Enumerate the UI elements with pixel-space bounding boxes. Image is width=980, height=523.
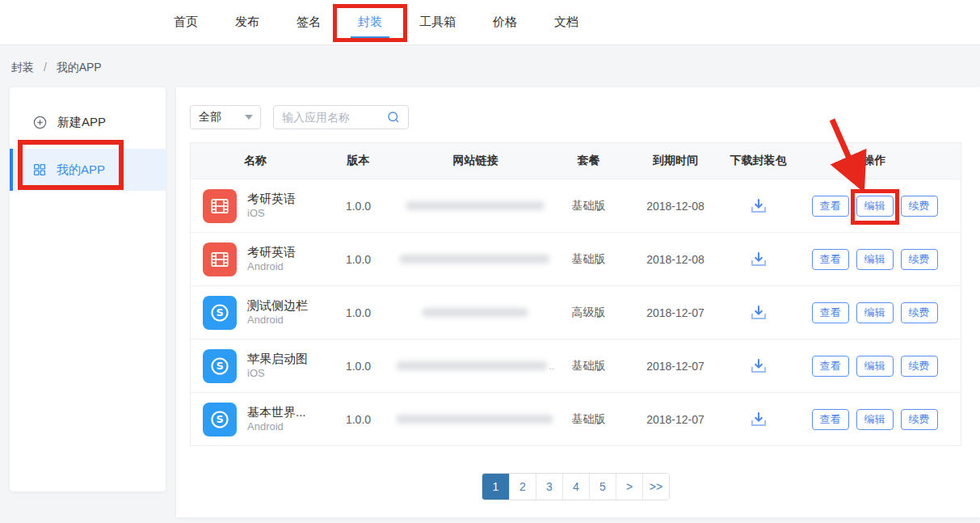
plus-circle-icon [32,115,48,130]
breadcrumb-parent[interactable]: 封装 [11,61,34,74]
table-row: 考研英语iOS1.0.0基础版2018-12-08查看编辑续费 [191,179,961,232]
app-name-cell: 考研英语iOS [191,189,320,223]
app-platform: Android [247,420,306,434]
edit-button[interactable]: 编辑 [856,196,894,217]
download-icon[interactable] [748,196,769,217]
renew-button[interactable]: 续费 [901,196,938,217]
blurred-link [423,308,528,317]
app-name: 基本世界... [247,404,306,420]
pagination: 1 2 3 4 5 > >> [190,473,961,500]
app-plan: 基础版 [554,412,623,427]
edit-button[interactable]: 编辑 [856,302,894,323]
nav-item-docs[interactable]: 文档 [554,15,578,30]
col-header-version: 版本 [320,154,397,168]
table-row: S基本世界...Android1.0.0基础版2018-12-07查看编辑续费 [191,392,961,445]
app-name: 苹果启动图 [247,351,308,367]
s-logo-icon: S [203,403,237,437]
renew-button[interactable]: 续费 [901,249,938,270]
table-row: S测试侧边栏Android1.0.0高级版2018-12-07查看编辑续费 [191,285,961,339]
nav-item-home[interactable]: 首页 [174,15,198,30]
nav-item-toolbox[interactable]: 工具箱 [419,15,456,30]
page-button-5[interactable]: 5 [589,474,616,500]
col-header-expiry: 到期时间 [623,154,728,168]
sidebar-item-new-app[interactable]: 新建APP [10,103,166,141]
app-name-cell: 考研英语Android [191,243,320,276]
page-button-last[interactable]: >> [642,474,669,500]
s-logo-icon: S [203,296,237,330]
table-header: 名称 版本 网站链接 套餐 到期时间 下载封装包 操作 [191,143,961,179]
row-actions: 查看编辑续费 [812,356,938,377]
app-plan: 基础版 [554,359,623,373]
category-select-value: 全部 [199,110,221,124]
sidebar-item-my-app[interactable]: 我的APP [10,149,166,191]
page: 首页 发布 签名 封装 工具箱 价格 文档 封装 / 我的APP 新建APP [0,0,980,523]
view-button[interactable]: 查看 [812,196,849,217]
view-button[interactable]: 查看 [812,356,849,377]
main-nav: 首页 发布 签名 封装 工具箱 价格 文档 [174,0,980,44]
app-table: 名称 版本 网站链接 套餐 到期时间 下载封装包 操作 考研英语iOS1.0.0… [190,142,961,446]
app-link-cell [397,415,554,424]
app-plan: 高级版 [554,306,623,320]
view-button[interactable]: 查看 [812,409,849,430]
search-icon [386,110,401,124]
renew-button[interactable]: 续费 [901,356,938,377]
breadcrumb: 封装 / 我的APP [11,61,102,75]
blurred-link [406,201,544,210]
app-name-cell: S测试侧边栏Android [191,296,320,330]
page-button-4[interactable]: 4 [562,474,589,500]
renew-button[interactable]: 续费 [901,302,938,323]
blurred-link [397,361,547,370]
page-button-next[interactable]: > [616,474,642,500]
nav-item-price[interactable]: 价格 [493,15,517,30]
top-nav-bar: 首页 发布 签名 封装 工具箱 价格 文档 [0,0,980,45]
download-icon[interactable] [748,249,769,270]
nav-item-package-label: 封装 [358,15,382,28]
app-version: 1.0.0 [320,200,397,213]
search-box [273,105,409,129]
app-version: 1.0.0 [320,253,397,266]
table-body: 考研英语iOS1.0.0基础版2018-12-08查看编辑续费考研英语Andro… [191,179,961,445]
app-expiry-date: 2018-12-07 [623,413,728,426]
download-icon[interactable] [748,302,769,323]
col-header-link: 网站链接 [397,154,554,168]
app-link-cell: .. [397,361,554,372]
search-input[interactable] [282,111,386,124]
edit-button[interactable]: 编辑 [856,409,894,430]
app-name: 测试侧边栏 [247,297,308,314]
view-button[interactable]: 查看 [812,249,849,270]
app-link-cell [397,255,554,264]
view-button[interactable]: 查看 [812,302,849,323]
sidebar-item-new-app-label: 新建APP [57,115,106,130]
blurred-link [400,255,549,264]
breadcrumb-current: 我的APP [57,61,102,74]
app-platform: iOS [247,207,296,221]
app-expiry-date: 2018-12-07 [623,360,728,373]
download-icon[interactable] [748,409,769,430]
nav-item-package[interactable]: 封装 [358,15,382,30]
nav-item-publish[interactable]: 发布 [235,15,259,30]
svg-text:S: S [216,413,223,425]
edit-button[interactable]: 编辑 [856,356,894,377]
page-button-1[interactable]: 1 [482,474,509,500]
table-row: S苹果启动图iOS1.0.0..基础版2018-12-07查看编辑续费 [191,339,961,392]
edit-button[interactable]: 编辑 [856,249,894,270]
page-button-2[interactable]: 2 [509,474,536,500]
renew-button[interactable]: 续费 [901,409,938,430]
app-version: 1.0.0 [320,306,397,319]
category-select[interactable]: 全部 [190,105,261,129]
row-actions: 查看编辑续费 [812,249,938,270]
nav-item-signature[interactable]: 签名 [297,15,321,30]
row-actions: 查看编辑续费 [812,196,938,217]
app-link-cell [397,308,554,317]
svg-text:S: S [216,306,223,318]
row-actions: 查看编辑续费 [812,409,938,430]
app-name: 考研英语 [247,244,296,260]
app-plan: 基础版 [554,252,623,267]
active-tab-underline [351,36,389,39]
download-icon[interactable] [748,356,769,377]
page-button-3[interactable]: 3 [536,474,562,500]
app-link-cell [397,201,554,210]
app-platform: Android [247,314,308,327]
app-expiry-date: 2018-12-08 [623,200,728,213]
chevron-down-icon [245,115,253,120]
